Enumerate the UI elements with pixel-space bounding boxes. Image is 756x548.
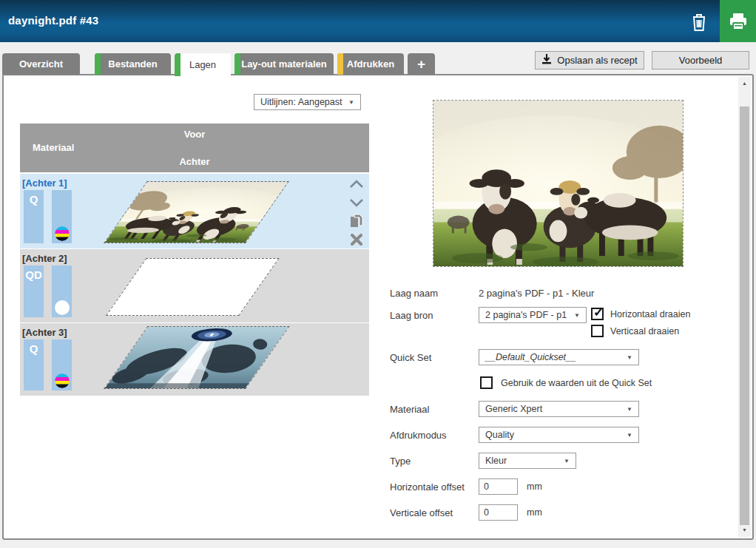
layer-list-header: Voor Materiaal Achter: [20, 124, 369, 172]
afdrukmodus-label: Afdrukmodus: [390, 430, 447, 441]
tab-overzicht[interactable]: Overzicht: [2, 53, 80, 75]
verticaal-draaien-checkbox[interactable]: [591, 325, 604, 337]
quality-bar[interactable]: Q: [24, 339, 44, 390]
vertical-scrollbar[interactable]: ▲ ▼: [738, 77, 751, 537]
verticale-offset-unit: mm: [527, 507, 542, 518]
tab-label: Afdrukken: [347, 58, 394, 70]
dropdown-arrow-icon: ▼: [559, 458, 570, 464]
tab-label: Lagen: [189, 59, 216, 70]
white-ink-icon: [55, 300, 70, 315]
chevron-down-icon: [349, 197, 364, 208]
download-icon: [541, 54, 552, 67]
layer-label: [Achter 1]: [22, 177, 67, 189]
verticale-offset-label: Verticale offset: [390, 507, 453, 518]
layer-preview-image: [433, 100, 684, 267]
use-quickset-label: Gebruik de waarden uit de Quick Set: [501, 378, 652, 388]
quick-set-label: Quick Set: [390, 352, 431, 363]
align-dropdown-value: Uitlijnen: Aangepast: [260, 97, 342, 107]
tab-afdrukken[interactable]: Afdrukken: [337, 53, 404, 75]
materiaal-label: Materiaal: [390, 404, 429, 415]
afdrukmodus-value: Quality: [485, 430, 514, 440]
tab-bestanden[interactable]: Bestanden: [95, 53, 171, 75]
quality-bar[interactable]: QD: [24, 265, 44, 317]
tab-status-stripe: [95, 53, 101, 75]
use-quickset-checkbox[interactable]: [480, 376, 493, 389]
close-icon: [351, 234, 362, 246]
laag-naam-label: Laag naam: [390, 288, 438, 299]
ink-bar[interactable]: [52, 190, 72, 243]
save-as-recipe-button[interactable]: Opslaan als recept: [535, 51, 644, 70]
chevron-up-icon: [349, 179, 364, 189]
laag-naam-value: 2 pagina's PDF - p1 - Kleur: [479, 288, 594, 299]
move-layer-up-button[interactable]: [348, 177, 365, 193]
titlebar: daynight.pdf #43: [0, 0, 756, 42]
horizontaal-draaien-label: Horizontaal draaien: [610, 309, 690, 319]
copy-icon: [350, 214, 363, 229]
tab-status-stripe: [175, 53, 180, 76]
horizontaal-draaien-checkbox[interactable]: ✓: [591, 308, 604, 320]
column-header-voor: Voor: [20, 129, 369, 140]
tab-label: Bestanden: [108, 58, 157, 70]
column-header-materiaal: Materiaal: [33, 142, 74, 153]
layer-thumbnail-blank: [106, 258, 280, 316]
dropdown-arrow-icon: ▼: [622, 406, 632, 413]
trash-icon: [686, 12, 712, 32]
laag-bron-dropdown[interactable]: 2 pagina's PDF - p1 ▼: [479, 307, 587, 323]
type-value: Kleur: [485, 456, 507, 466]
ink-bar[interactable]: [52, 265, 72, 317]
dropdown-arrow-icon: ▼: [344, 99, 354, 106]
tab-status-stripe: [337, 53, 343, 75]
layer-row-tools: [348, 177, 365, 248]
plus-icon: +: [417, 56, 425, 72]
laag-bron-label: Laag bron: [390, 310, 433, 321]
quick-set-value: __Default_Quickset__: [485, 352, 576, 362]
delete-job-button[interactable]: [686, 10, 712, 33]
document-title: daynight.pdf #43: [8, 14, 98, 27]
layer-row-achter-3[interactable]: [Achter 3] Q: [20, 323, 369, 396]
tab-label: Overzicht: [19, 58, 63, 70]
horizontale-offset-input[interactable]: [479, 478, 518, 495]
duplicate-layer-button[interactable]: [348, 214, 365, 230]
materiaal-value: Generic Xpert: [485, 404, 542, 414]
align-dropdown[interactable]: Uitlijnen: Aangepast ▼: [254, 94, 361, 110]
preview-button[interactable]: Voorbeeld: [652, 51, 749, 70]
type-label: Type: [390, 456, 411, 467]
dropdown-arrow-icon: ▼: [570, 312, 580, 319]
layer-row-achter-2[interactable]: [Achter 2] QD: [20, 249, 369, 322]
quality-bar[interactable]: Q: [24, 190, 44, 243]
move-layer-down-button[interactable]: [348, 195, 365, 212]
afdrukmodus-dropdown[interactable]: Quality ▼: [479, 427, 639, 443]
scroll-up-icon[interactable]: ▲: [738, 78, 751, 89]
materiaal-dropdown[interactable]: Generic Xpert ▼: [479, 401, 639, 417]
tab-layout-materialen[interactable]: Lay-out materialen: [234, 53, 334, 75]
cmyk-ink-icon: [55, 226, 70, 241]
dropdown-arrow-icon: ▼: [622, 354, 632, 361]
layer-label: [Achter 3]: [22, 327, 67, 338]
check-icon: ✓: [593, 305, 604, 320]
scroll-down-icon[interactable]: ▼: [738, 525, 751, 535]
printer-icon: [720, 12, 756, 31]
print-button[interactable]: [720, 0, 756, 42]
verticaal-draaien-label: Verticaal draaien: [610, 326, 679, 336]
preview-label: Voorbeeld: [679, 55, 723, 66]
verticale-offset-input[interactable]: [479, 504, 518, 521]
tab-lagen[interactable]: Lagen: [175, 53, 231, 76]
column-header-achter: Achter: [20, 156, 369, 167]
type-dropdown[interactable]: Kleur ▼: [479, 453, 576, 469]
layer-thumbnail-day-mirrored: [104, 181, 289, 243]
quality-code: QD: [24, 268, 44, 281]
quality-code: Q: [24, 193, 44, 206]
scrollbar-thumb[interactable]: [740, 106, 749, 528]
dropdown-arrow-icon: ▼: [622, 432, 632, 439]
ink-bar[interactable]: [52, 339, 72, 390]
quality-code: Q: [24, 342, 44, 355]
quick-set-dropdown[interactable]: __Default_Quickset__ ▼: [479, 349, 639, 365]
tab-label: Lay-out materialen: [241, 58, 327, 70]
add-tab-button[interactable]: +: [408, 53, 435, 75]
save-as-recipe-label: Opslaan als recept: [557, 55, 637, 66]
content-panel: Uitlijnen: Aangepast ▼ Voor Materiaal Ac…: [2, 74, 754, 540]
layer-label: [Achter 2]: [22, 253, 67, 264]
delete-layer-button[interactable]: [348, 232, 365, 248]
horizontale-offset-unit: mm: [527, 481, 542, 492]
layer-row-achter-1[interactable]: [Achter 1] Q: [20, 174, 369, 248]
